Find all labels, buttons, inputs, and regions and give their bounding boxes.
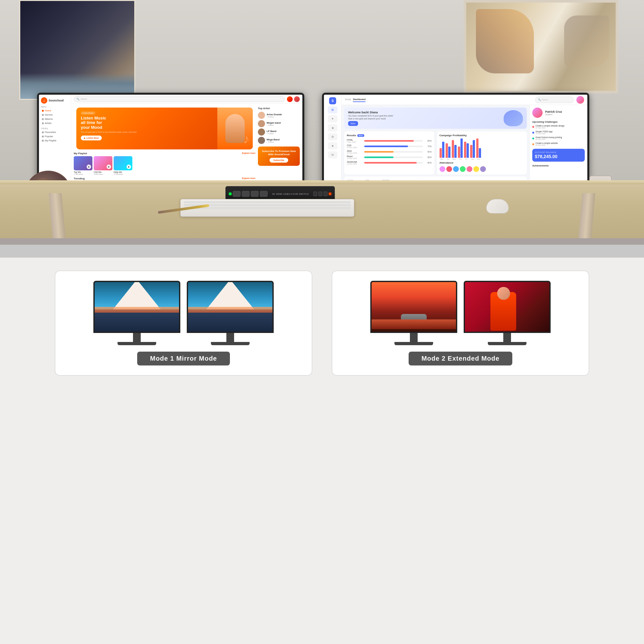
kvm-button-2[interactable] xyxy=(242,191,250,197)
sc-lib-favourites[interactable]: Favourites xyxy=(41,130,69,134)
study-welcome-card: Welcome back! Diana You have completed 6… xyxy=(344,108,527,129)
mode1-screen-a xyxy=(95,282,179,332)
study-challenge-dot-2 xyxy=(532,132,534,134)
mode2-screen-d xyxy=(465,282,549,332)
sc-subscribe-button[interactable]: Subscribe xyxy=(270,158,288,163)
study-bar-group-5: Fri xyxy=(464,142,469,160)
sc-artist-3[interactable]: LP Band ♪ Follow xyxy=(258,128,300,136)
study-tab-dashboard[interactable]: Dashboard xyxy=(353,97,365,102)
sc-hero-image xyxy=(217,108,253,149)
study-tab-study[interactable]: Study xyxy=(345,97,351,102)
study-search-placeholder: Search xyxy=(542,99,548,101)
pl-dot xyxy=(42,140,44,142)
kvm-button-1[interactable] xyxy=(233,191,241,197)
sc-subscribe-banner: Subscribe To Premium Now With SoundCloud… xyxy=(258,147,300,166)
study-attend-3 xyxy=(453,166,459,172)
mode2-label: Mode 2 Extended Mode xyxy=(409,352,512,365)
sc-playlist-name-3: Daily Mix xyxy=(114,171,132,173)
sc-playlist-plays-3: 2.1M plays xyxy=(114,173,132,175)
mode1-monitor-a xyxy=(93,281,180,345)
study-welcome-more-button[interactable]: More xyxy=(348,121,358,126)
kvm-usb-1[interactable] xyxy=(313,192,317,196)
sc-artist-4[interactable]: Mega Band ♪ Follow xyxy=(258,136,300,145)
study-search-icon: 🔍 xyxy=(538,99,541,101)
study-result-bar-react xyxy=(364,156,393,158)
artists-dot xyxy=(42,122,44,124)
sc-playlist-item-2[interactable]: Chill Mix 0.8M plays xyxy=(94,156,112,175)
mode1-reflection-a xyxy=(95,307,179,313)
sc-playlist-thumb-1 xyxy=(74,156,92,170)
study-chart-day-2: Tue xyxy=(447,158,449,160)
study-nav-tasks[interactable]: ◈ xyxy=(328,124,337,131)
study-challenge-4: Create a simple website 03 Feb 2020 xyxy=(532,142,585,146)
study-chart-day-3: Wed xyxy=(452,158,456,160)
study-campaign-chart: Mon Tue xyxy=(440,139,525,161)
study-challenge-dot-3 xyxy=(532,137,534,139)
search-placeholder: Search xyxy=(81,98,87,100)
sc-nav-genres[interactable]: Genres xyxy=(41,113,69,117)
sc-playlist-item-1[interactable]: Top Mix 1.2M plays xyxy=(74,156,92,175)
study-nav-mail[interactable]: ✉ xyxy=(328,151,337,158)
study-chart-day-6: Sat xyxy=(471,158,474,160)
kvm-usb-3[interactable] xyxy=(324,192,327,196)
sc-subscribe-title: Subscribe To Premium Now With SoundCloud xyxy=(260,150,297,156)
genres-dot xyxy=(42,114,44,116)
sc-playlist-explore[interactable]: Explore more xyxy=(242,152,255,155)
study-nav-dashboard[interactable]: ⊞ xyxy=(328,106,337,113)
kvm-led-2 xyxy=(329,193,331,195)
study-attend-7 xyxy=(480,166,486,172)
study-campaign-card: Campaign Profitability xyxy=(437,131,527,175)
study-welcome-sub1: You have completed 62% of your goal this… xyxy=(348,115,504,117)
study-result-bar-html xyxy=(364,140,414,142)
search-icon: 🔍 xyxy=(77,98,80,100)
sc-search-input[interactable]: 🔍 Search xyxy=(74,96,285,102)
study-challenge-3: Great School money printing 03 Feb 2020 xyxy=(532,136,585,140)
mode2-monitor-d xyxy=(464,281,551,345)
study-challenge-dot-1 xyxy=(532,126,534,128)
sc-listen-now-button[interactable]: Listen Now xyxy=(81,136,102,140)
study-welcome-text: Welcome back! Diana You have completed 6… xyxy=(348,111,504,126)
mode1-neck-a xyxy=(133,333,141,342)
mode1-monitor-b-frame xyxy=(187,281,274,333)
mode2-monitor-d-frame xyxy=(464,281,551,333)
sc-trending-section: Trending Explore more xyxy=(74,177,255,180)
mode2-neck-c xyxy=(410,333,418,342)
albums-dot xyxy=(42,118,44,120)
sc-nav-home[interactable]: Home xyxy=(41,109,69,113)
study-search-input[interactable]: 🔍 Search xyxy=(535,97,574,103)
study-nav-ratings[interactable]: ⚙ xyxy=(328,133,337,140)
sc-playlist-plays-1: 1.2M plays xyxy=(74,173,92,175)
study-bar-2a xyxy=(446,143,448,158)
kvm-button-3[interactable] xyxy=(251,191,259,197)
study-results-row: Results More HTML 4 Nov 2018 xyxy=(344,131,527,175)
sc-trending-explore[interactable]: Explore more xyxy=(242,177,255,180)
sc-artist-1[interactable]: Arina Grande ♪ Follow xyxy=(258,111,300,119)
study-attend-2 xyxy=(446,166,452,172)
sc-avatar-2 xyxy=(294,96,300,102)
sc-artist-info-2: Megan band ♪ Follow xyxy=(267,121,281,126)
mode2-road xyxy=(372,319,456,329)
study-bar-group-2: Tue xyxy=(446,143,450,160)
sc-lib-popular[interactable]: Popular xyxy=(41,134,69,138)
sc-nav-albums[interactable]: Albums xyxy=(41,117,69,121)
kvm-usb-2[interactable] xyxy=(318,192,322,196)
study-result-css: CSS 12 Nov 2018 75% xyxy=(347,144,432,148)
floor xyxy=(0,238,644,245)
study-nav-starred[interactable]: ★ xyxy=(328,142,337,149)
sc-playlist-item-3[interactable]: Daily Mix 2.1M plays xyxy=(114,156,132,175)
sc-logo: ♫ Souncloud xyxy=(41,97,69,104)
sc-avatar-1 xyxy=(287,96,293,102)
study-bar-1b xyxy=(442,142,444,158)
sc-lib-myplaylist[interactable]: My Playlist xyxy=(41,138,69,143)
study-nav-art[interactable]: ✦ xyxy=(328,115,337,122)
kvm-button-4[interactable] xyxy=(260,191,268,197)
study-bar-group-4: Thu xyxy=(458,138,463,160)
mouse xyxy=(486,199,509,213)
sc-artist-2[interactable]: Megan band ♪ Follow xyxy=(258,119,300,128)
study-bar-5b xyxy=(467,143,469,158)
study-results-badge[interactable]: More xyxy=(357,134,364,137)
sc-playlist-thumb-3 xyxy=(114,156,132,170)
study-bar-6a xyxy=(470,145,472,158)
study-result-js: Javascript 13 Nov 2013 90% xyxy=(347,161,432,165)
sc-nav-artists[interactable]: Artists xyxy=(41,121,69,125)
